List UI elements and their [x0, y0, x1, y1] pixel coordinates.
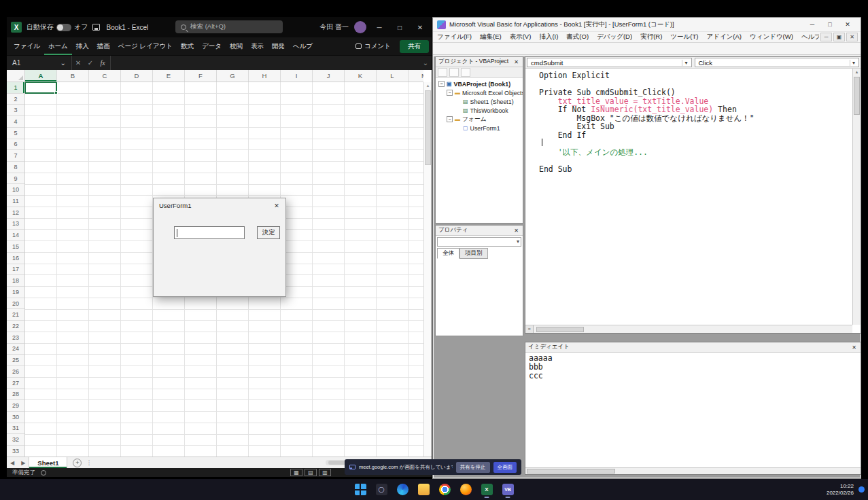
save-icon[interactable]	[92, 24, 100, 31]
toolbar-icon[interactable]	[539, 43, 551, 54]
fullscreen-button[interactable]: 全画面	[493, 462, 517, 473]
code-vertical-scrollbar[interactable]: ▲	[852, 69, 861, 325]
page-break-view-button[interactable]: ▥	[319, 469, 331, 476]
user-name[interactable]: 今田 晋一	[319, 22, 349, 32]
expander-icon[interactable]: −	[447, 116, 453, 122]
comments-button[interactable]: コメント	[351, 41, 396, 52]
submit-button[interactable]: 決定	[257, 226, 280, 239]
toolbar-icon[interactable]	[487, 43, 499, 54]
ribbon-tab[interactable]: ホーム	[44, 37, 72, 55]
taskbar-app-icon[interactable]	[351, 481, 369, 499]
menu-item[interactable]: ファイル(F)	[433, 33, 476, 41]
menu-item[interactable]: ウィンドウ(W)	[746, 33, 797, 41]
immediate-horizontal-scrollbar[interactable]	[525, 467, 861, 474]
mdi-restore-button[interactable]: ▣	[833, 33, 845, 41]
splitter-icon[interactable]: ≡	[525, 325, 534, 333]
properties-object-dropdown[interactable]	[437, 237, 521, 247]
name-box[interactable]: A1 ⌄	[7, 56, 72, 70]
ribbon-tab[interactable]: 描画	[93, 37, 114, 55]
mdi-close-button[interactable]: ✕	[846, 33, 858, 41]
column-header[interactable]: E	[153, 70, 185, 82]
row-header[interactable]: 20	[7, 298, 24, 310]
column-header[interactable]: A	[25, 70, 57, 82]
toolbar-icon[interactable]	[474, 43, 486, 54]
search-box[interactable]: 検索 (Alt+Q)	[175, 20, 283, 33]
row-header[interactable]: 7	[7, 150, 24, 162]
taskbar-app-icon[interactable]	[415, 481, 432, 499]
project-tree-item[interactable]: − ▬ フォーム	[436, 115, 523, 124]
row-header[interactable]: 12	[7, 207, 24, 219]
row-header[interactable]: 30	[7, 412, 24, 423]
row-header[interactable]: 28	[7, 389, 24, 400]
close-icon[interactable]: ✕	[513, 59, 520, 65]
row-header[interactable]: 25	[7, 355, 24, 366]
toolbar-icon[interactable]	[591, 43, 602, 54]
vertical-scrollbar[interactable]: ▲	[423, 82, 432, 457]
autosave-toggle[interactable]: 自動保存 オフ	[27, 22, 88, 32]
column-header[interactable]: G	[217, 70, 249, 82]
column-header[interactable]: C	[89, 70, 121, 82]
toolbar-icon[interactable]	[604, 43, 615, 54]
column-header[interactable]: H	[249, 70, 281, 82]
row-header[interactable]: 22	[7, 321, 24, 332]
ribbon-tab[interactable]: ファイル	[10, 37, 44, 55]
row-header[interactable]: 19	[7, 287, 24, 298]
project-tree-item[interactable]: ▤ ThisWorkbook	[436, 106, 523, 115]
row-header[interactable]: 5	[7, 128, 24, 139]
selected-cell[interactable]	[24, 82, 57, 94]
row-header[interactable]: 15	[7, 241, 24, 253]
scrollbar-thumb[interactable]	[527, 469, 615, 474]
row-header[interactable]: 29	[7, 400, 24, 412]
project-tree-item[interactable]: ▢ UserForm1	[436, 124, 523, 132]
scroll-up-icon[interactable]: ▲	[424, 82, 432, 89]
menu-item[interactable]: 編集(E)	[476, 33, 506, 41]
toolbar-icon[interactable]	[500, 43, 512, 54]
column-header[interactable]: I	[281, 70, 313, 82]
scrollbar-thumb[interactable]	[854, 77, 860, 115]
fill-handle[interactable]	[54, 91, 58, 94]
taskbar-app-icon[interactable]	[457, 481, 474, 499]
scrollbar-thumb[interactable]	[536, 327, 584, 332]
toolbar-icon[interactable]	[449, 43, 460, 54]
immediate-panel-header[interactable]: イミディエイト ✕	[525, 342, 861, 353]
row-header[interactable]: 21	[7, 309, 24, 321]
row-header[interactable]: 3	[7, 105, 24, 116]
ribbon-tab[interactable]: 数式	[177, 37, 198, 55]
row-header[interactable]: 10	[7, 184, 24, 196]
sheet-nav-right-icon[interactable]: ▶	[18, 460, 29, 466]
immediate-content[interactable]: aaaaabbbccc	[525, 353, 861, 467]
expander-icon[interactable]: −	[438, 81, 445, 87]
project-panel-header[interactable]: プロジェクト - VBAProject ✕	[436, 57, 523, 67]
scroll-up-icon[interactable]: ▲	[853, 69, 861, 75]
ribbon-tab[interactable]: 挿入	[72, 37, 93, 55]
menu-item[interactable]: 挿入(I)	[535, 33, 562, 41]
code-horizontal-scrollbar[interactable]: ≡	[525, 325, 852, 333]
column-header[interactable]: D	[121, 70, 153, 82]
formula-expand-icon[interactable]: ⌄	[419, 59, 432, 67]
row-header[interactable]: 9	[7, 173, 24, 185]
menu-item[interactable]: アドイン(A)	[702, 33, 746, 41]
properties-panel-header[interactable]: プロパティ ✕	[436, 226, 523, 236]
close-icon[interactable]: ✕	[268, 198, 285, 213]
row-header[interactable]: 14	[7, 230, 24, 241]
toolbar-icon[interactable]	[513, 43, 525, 54]
project-tool-icon[interactable]	[461, 68, 470, 77]
taskbar-app-icon[interactable]: ◯	[372, 481, 390, 499]
row-header[interactable]: 18	[7, 275, 24, 287]
menu-item[interactable]: 書式(O)	[562, 33, 593, 41]
normal-view-button[interactable]: ▦	[290, 469, 302, 476]
taskbar-app-icon[interactable]: X	[478, 481, 496, 499]
toolbar-icon[interactable]	[526, 43, 538, 54]
row-header[interactable]: 11	[7, 196, 24, 207]
row-header[interactable]: 31	[7, 423, 24, 435]
toolbar-icon[interactable]	[629, 43, 641, 54]
userform-text-input[interactable]	[174, 226, 245, 239]
userform-titlebar[interactable]: UserForm1 ✕	[154, 198, 285, 213]
row-header[interactable]: 4	[7, 116, 24, 128]
enter-icon[interactable]: ✓	[84, 59, 97, 67]
row-header[interactable]: 6	[7, 139, 24, 151]
cancel-icon[interactable]: ✕	[72, 59, 84, 67]
minimize-button[interactable]: ─	[372, 24, 387, 31]
taskbar-app-icon[interactable]	[394, 481, 411, 499]
toolbar-icon[interactable]	[462, 43, 473, 54]
